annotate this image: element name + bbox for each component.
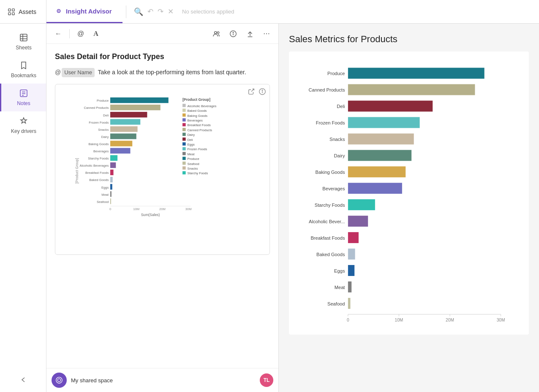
svg-text:Seafood: Seafood (327, 301, 345, 306)
svg-rect-76 (182, 132, 186, 136)
chart-actions (248, 88, 266, 97)
notes-icon (19, 89, 28, 98)
svg-text:Starchy Foods: Starchy Foods (187, 171, 208, 175)
undo-icon[interactable]: ↶ (147, 7, 153, 16)
svg-rect-66 (182, 108, 186, 112)
svg-text:Eggs: Eggs (187, 142, 195, 146)
svg-text:Deli: Deli (337, 104, 345, 109)
svg-text:0: 0 (109, 207, 111, 211)
svg-rect-68 (182, 113, 186, 116)
svg-rect-100 (348, 100, 433, 111)
svg-rect-96 (348, 68, 485, 79)
insight-icon (55, 7, 63, 15)
svg-text:Eggs: Eggs (334, 268, 345, 273)
svg-text:Breakfast Foods: Breakfast Foods (187, 123, 210, 127)
notes-toolbar: ← @ A (46, 24, 278, 44)
svg-text:Dairy: Dairy (334, 153, 345, 158)
svg-text:Baked Goods: Baked Goods (316, 252, 345, 257)
svg-text:Alcoholic Beverages: Alcoholic Beverages (79, 164, 109, 168)
svg-text:10M: 10M (133, 207, 139, 211)
svg-text:Produce: Produce (97, 99, 109, 103)
svg-rect-30 (110, 119, 140, 124)
svg-rect-84 (182, 152, 186, 155)
assets-button[interactable]: Assets (0, 0, 46, 23)
svg-text:Baked Goods: Baked Goods (187, 109, 207, 113)
svg-rect-98 (348, 84, 475, 95)
svg-text:Breakfast Foods: Breakfast Foods (310, 235, 345, 241)
svg-rect-0 (8, 8, 11, 11)
big-chart-container: ProduceCanned ProductsDeliFrozen FoodsSn… (289, 51, 529, 335)
sidebar: Sheets Bookmarks Notes Key drivers (0, 24, 46, 392)
svg-text:Meat: Meat (187, 152, 195, 156)
info-button[interactable] (226, 27, 240, 40)
assets-label: Assets (19, 8, 36, 15)
svg-text:Snacks: Snacks (329, 137, 345, 142)
chart-title: Sales Metrics for Products (289, 34, 529, 45)
search-icon[interactable]: 🔍 (134, 7, 143, 16)
svg-text:Deli: Deli (187, 138, 193, 141)
svg-point-19 (233, 32, 233, 32)
x-axis-label: Sum(Sales) (422, 326, 446, 326)
svg-rect-82 (182, 147, 186, 150)
svg-text:[Product Group]: [Product Group] (182, 97, 210, 101)
svg-line-22 (251, 89, 254, 91)
svg-text:Seafood: Seafood (187, 162, 199, 165)
svg-rect-102 (348, 117, 420, 128)
mention-tag[interactable]: User Name (62, 68, 95, 77)
sheets-label: Sheets (16, 45, 31, 51)
mini-chart-svg: [Product Group] (60, 89, 265, 249)
sidebar-item-bookmarks[interactable]: Bookmarks (0, 56, 46, 84)
svg-text:Canned Products: Canned Products (84, 106, 109, 110)
mini-chart: [Product Group] (60, 89, 265, 250)
svg-point-94 (57, 378, 60, 381)
svg-rect-88 (182, 161, 186, 165)
svg-text:Breakfast Foods: Breakfast Foods (85, 171, 109, 175)
big-chart-svg: ProduceCanned ProductsDeliFrozen FoodsSn… (293, 60, 520, 326)
svg-text:Dairy: Dairy (187, 133, 195, 137)
svg-text:Frozen Foods: Frozen Foods (316, 120, 345, 125)
svg-rect-122 (348, 281, 351, 292)
info-chart-icon[interactable] (259, 88, 266, 97)
svg-text:0: 0 (347, 318, 349, 322)
key-drivers-icon (19, 116, 28, 126)
key-drivers-label: Key drivers (11, 128, 36, 134)
svg-rect-3 (12, 12, 14, 14)
svg-rect-29 (110, 112, 147, 117)
svg-text:30M: 30M (185, 207, 192, 211)
people-button[interactable] (209, 27, 223, 40)
avatar: TL (260, 373, 273, 387)
sidebar-item-notes[interactable]: Notes (0, 84, 46, 111)
top-bar: Assets Insight Advisor 🔍 ↶ ↷ ✕ No select… (0, 0, 539, 24)
publish-button[interactable] (243, 27, 257, 40)
svg-text:Starchy Foods: Starchy Foods (315, 203, 345, 208)
svg-rect-80 (182, 142, 186, 146)
sidebar-item-sheets[interactable]: Sheets (0, 28, 46, 56)
sidebar-item-key-drivers[interactable]: Key drivers (0, 111, 46, 139)
insight-advisor-tab[interactable]: Insight Advisor (46, 0, 122, 23)
svg-text:20M: 20M (159, 207, 166, 211)
svg-rect-108 (348, 166, 406, 177)
collapse-sidebar-button[interactable] (12, 369, 34, 392)
svg-rect-37 (110, 169, 114, 175)
svg-rect-70 (182, 118, 186, 122)
more-button[interactable]: ⋯ (260, 27, 273, 40)
format-button[interactable]: A (90, 27, 102, 40)
svg-rect-31 (110, 126, 138, 132)
svg-rect-7 (20, 34, 27, 41)
publish-icon (246, 30, 254, 38)
export-icon[interactable] (248, 88, 255, 97)
svg-text:Baking Goods: Baking Goods (187, 114, 207, 117)
top-actions: 🔍 ↶ ↷ ✕ No selections applied (130, 7, 239, 16)
redo-icon[interactable]: ↷ (158, 7, 163, 16)
note-body: @User Name Take a look at the top-perfor… (55, 68, 270, 77)
note-title: Sales Detail for Product Types (55, 52, 270, 61)
bookmarks-icon (19, 61, 28, 70)
svg-rect-40 (110, 191, 112, 197)
svg-text:Starchy Foods: Starchy Foods (88, 157, 109, 160)
back-button[interactable]: ← (52, 27, 65, 40)
notes-bottom-bar: My shared space TL (46, 368, 278, 392)
mention-button[interactable]: @ (74, 27, 87, 40)
close-icon[interactable]: ✕ (168, 7, 174, 16)
svg-point-6 (58, 11, 60, 12)
svg-rect-118 (348, 249, 355, 260)
